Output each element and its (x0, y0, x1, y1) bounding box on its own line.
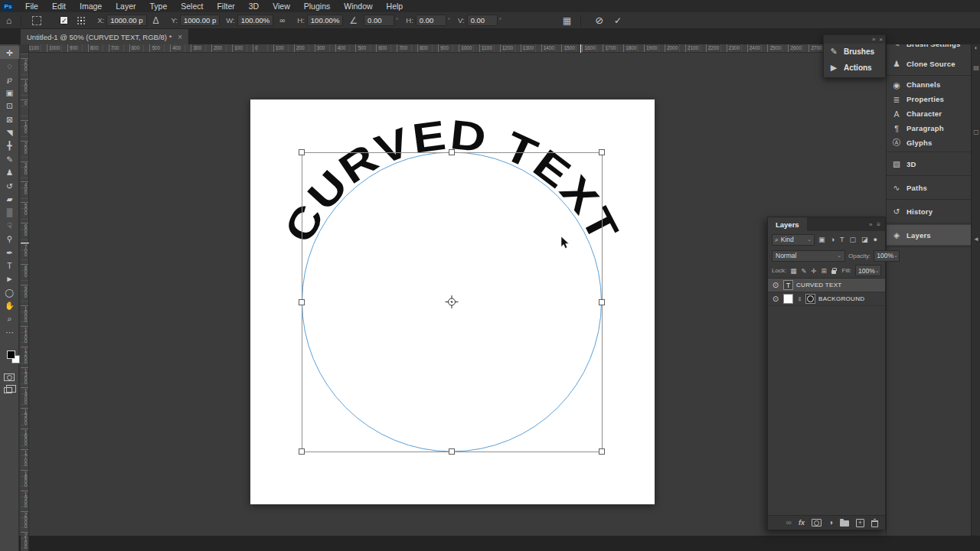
dock-panel-clone-source[interactable]: ♟Clone Source (887, 54, 971, 73)
lock-all-icon[interactable] (831, 270, 836, 274)
blend-mode-dropdown[interactable]: Normal ⌄ (772, 250, 845, 262)
object-selection-tool[interactable]: ▣ (0, 86, 19, 99)
menu-image[interactable]: Image (73, 0, 109, 12)
eraser-tool[interactable]: ▰ (0, 192, 19, 205)
flyout-close-icon[interactable]: × (879, 36, 883, 43)
filter-pixel-layers-icon[interactable]: ▣ (818, 236, 825, 243)
warp-mode-icon[interactable]: ▦ (563, 15, 571, 26)
layers-panel-tab[interactable]: Layers (768, 217, 807, 231)
panel-menu-icon[interactable]: ≡ (877, 221, 880, 228)
type-tool[interactable]: T (0, 259, 19, 272)
quick-mask-button[interactable] (4, 373, 15, 381)
menu-filter[interactable]: Filter (210, 0, 241, 12)
new-layer-icon[interactable]: + (856, 519, 864, 527)
lock-paint-icon[interactable]: ✎ (801, 267, 806, 275)
healing-brush-tool[interactable]: ╋ (0, 139, 19, 152)
filter-adjustment-layers-icon[interactable]: ◑ (831, 236, 835, 243)
toggle-reference-point-checkbox[interactable]: ✓ (60, 16, 68, 24)
link-layers-icon[interactable]: ∞ (786, 519, 792, 527)
screen-mode-button[interactable] (4, 387, 12, 393)
document-canvas[interactable] (250, 99, 655, 504)
horizontal-ruler[interactable]: 1100100090080070060050040030020010001002… (21, 44, 886, 53)
marquee-tool[interactable]: ◌ (0, 59, 19, 72)
flyout-item-actions[interactable]: ▶Actions (824, 60, 885, 76)
menu-layer[interactable]: Layer (109, 0, 142, 12)
relative-positioning-icon[interactable]: Δ (153, 15, 159, 26)
visibility-eye-icon[interactable]: ⊙ (771, 295, 780, 303)
zoom-tool[interactable]: ⌕ (0, 312, 19, 325)
dock-panel-paragraph[interactable]: ¶Paragraph (887, 121, 971, 135)
panel-collapse-icon[interactable]: » (869, 221, 872, 228)
opacity-dropdown[interactable]: 100% ⌄ (874, 250, 900, 262)
layer-thumbnail[interactable] (783, 294, 793, 304)
width-field[interactable]: 100.00% (237, 15, 274, 26)
dock-panel-history[interactable]: ↺History (887, 201, 971, 221)
vertical-ruler[interactable]: 2001000100200300400500600700800900100011… (21, 44, 29, 551)
close-tab-icon[interactable]: × (178, 33, 182, 41)
lock-transparency-icon[interactable]: ▦ (790, 267, 796, 275)
menu-edit[interactable]: Edit (45, 0, 73, 12)
commit-transform-button[interactable]: ✓ (614, 15, 622, 26)
maintain-aspect-ratio-icon[interactable]: ∞ (279, 16, 285, 24)
h-skew-field[interactable]: 0.00 (416, 15, 446, 26)
delete-layer-icon[interactable] (871, 520, 878, 527)
filter-color-icon[interactable]: ● (873, 236, 877, 243)
filter-smart-objects-icon[interactable]: ◪ (861, 236, 868, 243)
path-selection-tool[interactable]: ► (0, 272, 19, 285)
menu-3d[interactable]: 3D (242, 0, 266, 12)
filter-shape-layers-icon[interactable]: ▢ (849, 236, 856, 243)
menu-help[interactable]: Help (380, 0, 410, 12)
home-icon[interactable]: ⌂ (6, 15, 11, 26)
smudge-tool[interactable]: ☟ (0, 219, 19, 232)
shape-tool[interactable]: ◯ (0, 285, 19, 298)
dock-panel-character[interactable]: ACharacter (887, 106, 971, 121)
dodge-tool[interactable]: ⚲ (0, 233, 19, 246)
cancel-transform-button[interactable]: ⊘ (595, 15, 603, 26)
dock-panel-glyphs[interactable]: ⒶGlyphs (887, 135, 971, 150)
color-panel-icon[interactable]: ◐ (972, 44, 980, 51)
crop-tool[interactable]: ⊡ (0, 99, 19, 112)
hand-tool[interactable]: ✋ (0, 299, 19, 312)
visibility-eye-icon[interactable]: ⊙ (771, 281, 780, 289)
type-layer-thumbnail[interactable]: T (783, 280, 793, 290)
menu-select[interactable]: Select (174, 0, 210, 12)
menu-plugins[interactable]: Plugins (297, 0, 337, 12)
lock-position-icon[interactable]: ✛ (811, 267, 816, 275)
fill-dropdown[interactable]: 100% ⌄ (855, 265, 881, 276)
dock-panel-paths[interactable]: ∿Paths (887, 178, 971, 197)
layer-row[interactable]: ⊙∞BACKGROUND (768, 292, 885, 306)
lasso-tool[interactable]: ℘ (0, 73, 19, 86)
layer-style-icon[interactable]: fx (799, 519, 805, 527)
rotation-field[interactable]: 0.00 (364, 15, 394, 26)
dock-panel-properties[interactable]: ≣Properties (887, 92, 971, 106)
filter-kind-dropdown[interactable]: ⌕ Kind ⌄ (772, 234, 815, 246)
menu-window[interactable]: Window (337, 0, 379, 12)
height-field[interactable]: 100.00% (307, 15, 344, 26)
v-skew-field[interactable]: 0.00 (467, 15, 498, 26)
dock-panel-3d[interactable]: ▧3D (887, 154, 971, 174)
eyedropper-tool[interactable]: ◥ (0, 126, 19, 139)
gradient-tool[interactable]: ▒ (0, 206, 19, 219)
swatches-panel-icon[interactable]: ▢ (972, 129, 980, 135)
edit-toolbar[interactable]: ⋯ (0, 325, 19, 338)
pen-tool[interactable]: ✒ (0, 246, 19, 259)
history-brush-tool[interactable]: ↺ (0, 179, 19, 192)
dock-expand-icon[interactable]: ◄ (972, 236, 980, 243)
frame-tool[interactable]: ⊠ (0, 112, 19, 126)
menu-type[interactable]: Type (142, 0, 174, 12)
flyout-item-brushes[interactable]: ✎Brushes (824, 44, 885, 60)
dock-panel-channels[interactable]: ◉Channels (887, 77, 971, 92)
libraries-panel-icon[interactable]: ▤ (972, 64, 980, 71)
reference-point-locator[interactable] (77, 17, 79, 18)
adjustment-layer-icon[interactable]: ◑ (828, 519, 833, 527)
brush-tool[interactable]: ✎ (0, 152, 19, 165)
filter-type-layers-icon[interactable]: T (840, 236, 844, 243)
flyout-collapse-icon[interactable]: » (872, 36, 875, 43)
foreground-color-swatch[interactable] (7, 350, 15, 359)
dock-panel-layers[interactable]: ◈Layers (887, 225, 971, 245)
layer-mask-thumbnail[interactable] (805, 294, 815, 304)
add-layer-mask-icon[interactable] (812, 519, 822, 527)
layer-row[interactable]: ⊙TCURVED TEXT (768, 279, 885, 292)
lock-artboard-icon[interactable]: ⊞ (821, 267, 826, 275)
menu-file[interactable]: File (18, 0, 45, 12)
